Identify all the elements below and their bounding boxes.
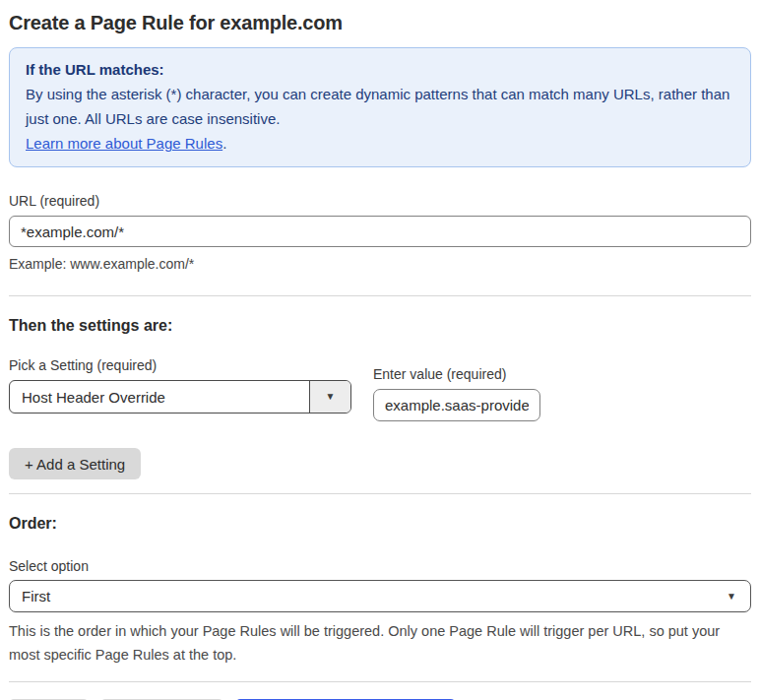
add-setting-button[interactable]: + Add a Setting	[9, 448, 141, 479]
value-column: Enter value (required)	[373, 366, 540, 421]
info-box-heading: If the URL matches:	[26, 57, 734, 82]
setting-select-arrow-button[interactable]: ▼	[309, 381, 350, 413]
order-select-label: Select option	[9, 558, 751, 574]
setting-select-value: Host Header Override	[10, 389, 309, 406]
learn-more-link[interactable]: Learn more about Page Rules	[26, 135, 222, 152]
setting-column: Pick a Setting (required) Host Header Ov…	[9, 357, 351, 421]
divider	[9, 681, 751, 682]
order-section-heading: Order:	[9, 515, 751, 533]
settings-section-heading: Then the settings are:	[9, 317, 751, 335]
create-page-rule-form: Create a Page Rule for example.com If th…	[0, 0, 760, 700]
setting-select-label: Pick a Setting (required)	[9, 357, 351, 373]
settings-row: Pick a Setting (required) Host Header Ov…	[9, 357, 751, 421]
order-select[interactable]: First ▼	[9, 580, 751, 612]
value-field-label: Enter value (required)	[373, 366, 540, 382]
url-field-label: URL (required)	[9, 193, 751, 209]
page-title: Create a Page Rule for example.com	[9, 11, 751, 34]
url-example-text: Example: www.example.com/*	[9, 256, 751, 272]
order-select-value: First	[22, 588, 727, 605]
link-period: .	[222, 135, 226, 152]
info-box-body: By using the asterisk (*) character, you…	[26, 82, 734, 131]
setting-select[interactable]: Host Header Override ▼	[9, 380, 351, 414]
order-help-text: This is the order in which your Page Rul…	[9, 619, 751, 667]
chevron-down-icon: ▼	[727, 592, 736, 602]
divider	[9, 493, 751, 494]
chevron-down-icon: ▼	[326, 392, 336, 402]
info-box-link-line: Learn more about Page Rules.	[26, 131, 734, 156]
divider	[9, 295, 751, 296]
url-matches-info-box: If the URL matches: By using the asteris…	[9, 47, 751, 167]
setting-value-input[interactable]	[373, 389, 540, 421]
url-input[interactable]	[9, 216, 751, 247]
